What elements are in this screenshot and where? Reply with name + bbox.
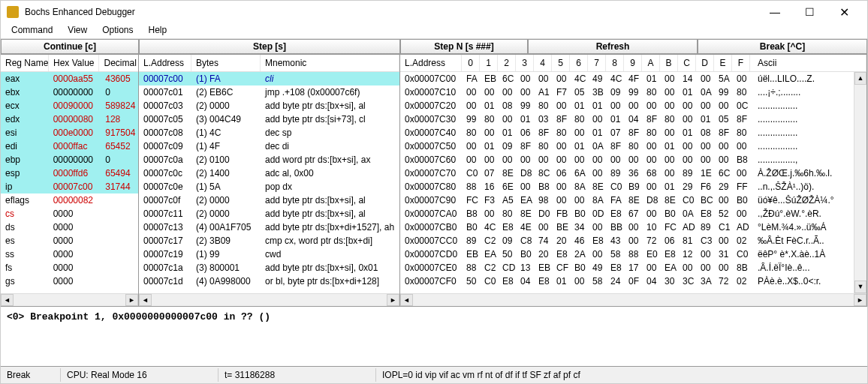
mem-header-A[interactable]: A (642, 55, 660, 71)
mem-header-B[interactable]: B (660, 55, 678, 71)
disasm-row[interactable]: 00007c05 (3) 004C49 add byte ptr ds:[si+… (139, 112, 399, 126)
scroll-track[interactable] (152, 294, 387, 306)
output-console[interactable]: <0> Breakpoint 1, 0x0000000000007c00 in … (1, 307, 867, 367)
regs-scroll-h[interactable]: ◄ ► (1, 293, 138, 306)
mem-header-Ascii[interactable]: Ascii (750, 55, 866, 71)
register-row[interactable]: ds 0000 (1, 220, 138, 234)
disasm-row[interactable]: 00007c0e (1) 5A pop dx (139, 180, 399, 194)
memory-row[interactable]: 0x00007CE088C2CD13EBCFB049E81700EA000000… (400, 261, 854, 274)
disasm-row[interactable]: 00007c0a (2) 0100 add word ptr ds:[bx+si… (139, 153, 399, 166)
register-row[interactable]: ebx 00000000 0 (1, 86, 138, 99)
memory-row[interactable]: 0x00007C20000108998000010100000000000000… (400, 99, 854, 112)
mem-header-9[interactable]: 9 (624, 55, 642, 71)
maximize-button[interactable]: ☐ (792, 1, 827, 23)
memory-row[interactable]: 0x00007C00FAEB6C0000004C494C4F010014005A… (400, 72, 854, 86)
break-button[interactable]: Break [^C] (698, 39, 867, 54)
disasm-bytes-header[interactable]: Bytes (191, 55, 261, 71)
disasm-row[interactable]: 00007c13 (4) 00A1F705 add byte ptr ds:[b… (139, 220, 399, 234)
memory-row[interactable]: 0x00007C500001098F8000010A8F800001000000… (400, 140, 854, 153)
disasm-row[interactable]: 00007c17 (2) 3B09 cmp cx, word ptr ds:[b… (139, 234, 399, 248)
register-row[interactable]: edi 0000ffac 65452 (1, 140, 138, 153)
scroll-right-icon[interactable]: ► (854, 294, 866, 306)
memory-row[interactable]: 0x00007C60000000000000000000000000000000… (400, 153, 854, 166)
close-button[interactable]: ✕ (827, 1, 861, 23)
reg-hex-header[interactable]: Hex Value (49, 55, 99, 71)
memory-row[interactable]: 0x00007C3099800001038F800001048F80000105… (400, 112, 854, 126)
memory-row[interactable]: 0x00007CD0EBEA50B020E82A005888E0E8120031… (400, 248, 854, 261)
register-row[interactable]: cs 0000 (1, 207, 138, 220)
mem-scroll-h[interactable]: ◄ ► (400, 293, 866, 306)
register-row[interactable]: edx 00000080 128 (1, 112, 138, 126)
mem-header-D[interactable]: D (696, 55, 714, 71)
mem-header-2[interactable]: 2 (498, 55, 516, 71)
mem-header-7[interactable]: 7 (588, 55, 606, 71)
scroll-right-icon[interactable]: ► (387, 294, 399, 306)
scroll-down-icon[interactable]: ▼ (854, 280, 866, 293)
step-button[interactable]: Step [s] (139, 39, 400, 54)
disasm-row[interactable]: 00007c09 (1) 4F dec di (139, 140, 399, 153)
scroll-right-icon[interactable]: ► (125, 294, 138, 306)
register-row[interactable]: eax 0000aa55 43605 (1, 72, 138, 86)
disasm-row[interactable]: 00007c0f (2) 0000 add byte ptr ds:[bx+si… (139, 194, 399, 207)
disasm-row[interactable]: 00007c01 (2) EB6C jmp .+108 (0x00007c6f) (139, 86, 399, 99)
mem-header-0[interactable]: 0 (462, 55, 480, 71)
scroll-track[interactable] (14, 294, 125, 306)
memory-row[interactable]: 0x00007CF050C0E804E8010058240F04303C3A72… (400, 274, 854, 288)
reg-name-header[interactable]: Reg Name (1, 55, 49, 71)
mem-header-F[interactable]: F (732, 55, 750, 71)
memory-row[interactable]: 0x00007C40800001068F800001078F800001088F… (400, 126, 854, 140)
disasm-row[interactable]: 00007c0c (2) 1400 adc al, 0x00 (139, 166, 399, 180)
disasm-row[interactable]: 00007c19 (1) 99 cwd (139, 248, 399, 261)
mem-header-6[interactable]: 6 (570, 55, 588, 71)
menu-command[interactable]: Command (4, 23, 60, 38)
refresh-button[interactable]: Refresh (528, 39, 698, 54)
scroll-left-icon[interactable]: ◄ (1, 294, 14, 306)
mem-header-3[interactable]: 3 (516, 55, 534, 71)
disasm-addr-header[interactable]: L.Address (139, 55, 191, 71)
menu-view[interactable]: View (60, 23, 95, 38)
disasm-scroll-h[interactable]: ◄ ► (139, 293, 399, 306)
register-row[interactable]: ebp 00000000 0 (1, 153, 138, 166)
scroll-left-icon[interactable]: ◄ (139, 294, 152, 306)
register-row[interactable]: ecx 00090000 589824 (1, 99, 138, 112)
memory-row[interactable]: 0x00007C90FCF3A5EA9800008AFA8ED88EC0BC00… (400, 194, 854, 207)
disasm-row[interactable]: 00007c1d (4) 0A998000 or bl, byte ptr ds… (139, 274, 399, 288)
register-row[interactable]: esp 0000ffd6 65494 (1, 166, 138, 180)
register-row[interactable]: fs 0000 (1, 261, 138, 274)
mem-header-4[interactable]: 4 (534, 55, 552, 71)
continue-button[interactable]: Continue [c] (1, 39, 139, 54)
mem-header-L.Address[interactable]: L.Address (400, 55, 462, 71)
disasm-row[interactable]: 00007c08 (1) 4C dec sp (139, 126, 399, 140)
register-row[interactable]: es 0000 (1, 234, 138, 248)
register-row[interactable]: eflags 00000082 (1, 194, 138, 207)
menu-help[interactable]: Help (141, 23, 175, 38)
register-row[interactable]: gs 0000 (1, 274, 138, 288)
disasm-row[interactable]: 00007c11 (2) 0000 add byte ptr ds:[bx+si… (139, 207, 399, 220)
memory-rows[interactable]: 0x00007C00FAEB6C0000004C494C4F010014005A… (400, 72, 854, 293)
disasm-row[interactable]: 00007c03 (2) 0000 add byte ptr ds:[bx+si… (139, 99, 399, 112)
memory-row[interactable]: 0x00007CC089C209C8742046E84300720681C300… (400, 234, 854, 248)
disasm-rows[interactable]: 00007c00 (1) FA cli00007c01 (2) EB6C jmp… (139, 72, 399, 293)
register-row[interactable]: ss 0000 (1, 248, 138, 261)
register-row[interactable]: ip 00007c00 31744 (1, 180, 138, 194)
memory-row[interactable]: 0x00007C8088166E00B8008A8EC0B9000129F629… (400, 180, 854, 194)
mem-header-5[interactable]: 5 (552, 55, 570, 71)
scroll-left-icon[interactable]: ◄ (400, 294, 413, 306)
scroll-up-icon[interactable]: ▲ (854, 72, 866, 85)
minimize-button[interactable]: — (758, 1, 792, 23)
scroll-track[interactable] (413, 294, 854, 306)
mem-scroll-v[interactable]: ▲ ▼ (854, 72, 866, 293)
menu-options[interactable]: Options (95, 23, 140, 38)
registers-rows[interactable]: eax 0000aa55 43605ebx 00000000 0ecx 0009… (1, 72, 138, 293)
scroll-track[interactable] (854, 85, 866, 280)
mem-header-E[interactable]: E (714, 55, 732, 71)
memory-row[interactable]: 0x00007CB0B04CE84E00BE3400BB0010FCAD89C1… (400, 220, 854, 234)
register-row[interactable]: esi 000e0000 917504 (1, 126, 138, 140)
mem-header-8[interactable]: 8 (606, 55, 624, 71)
disasm-row[interactable]: 00007c00 (1) FA cli (139, 72, 399, 86)
memory-row[interactable]: 0x00007C1000000000A1F7053B09998000010A99… (400, 86, 854, 99)
mem-header-1[interactable]: 1 (480, 55, 498, 71)
disasm-mnem-header[interactable]: Mnemonic (261, 55, 399, 71)
stepn-button[interactable]: Step N [s ###] (400, 39, 528, 54)
mem-header-C[interactable]: C (678, 55, 696, 71)
